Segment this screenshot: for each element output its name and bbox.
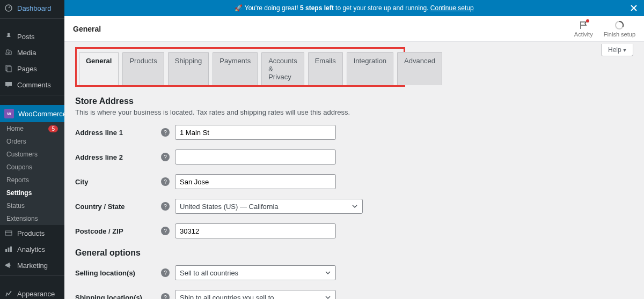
address2-label: Address line 2 (75, 153, 161, 161)
sidebar-item-media[interactable]: Media (0, 44, 64, 61)
progress-icon (614, 20, 624, 30)
main-content: 🚀 You're doing great! 5 steps left to ge… (64, 0, 644, 299)
sidebar-label: Products (17, 229, 45, 237)
submenu-item-coupons[interactable]: Coupons (0, 161, 64, 174)
sidebar-item-pages[interactable]: Pages (0, 61, 64, 77)
help-tip-icon[interactable]: ? (161, 128, 170, 137)
pin-icon (4, 32, 13, 41)
svg-rect-5 (5, 249, 7, 252)
marketing-icon (4, 261, 13, 270)
sidebar-label: Media (17, 49, 36, 57)
sidebar-item-marketing[interactable]: Marketing (0, 257, 64, 273)
continue-setup-link[interactable]: Continue setup (430, 4, 474, 12)
sidebar-label: Marketing (17, 261, 48, 270)
page-title: General (73, 25, 101, 33)
sidebar-label: WooCommerce (18, 110, 67, 118)
dashboard-icon (4, 4, 13, 12)
help-tip-icon[interactable]: ? (161, 177, 170, 186)
sidebar-item-analytics[interactable]: Analytics (0, 241, 64, 257)
notice-text: You're doing great! 5 steps left to get … (245, 4, 474, 12)
tab-advanced[interactable]: Advanced (397, 52, 442, 85)
store-address-desc: This is where your business is located. … (75, 108, 633, 116)
analytics-icon (4, 245, 13, 253)
city-input[interactable] (175, 174, 336, 189)
page-header: General Activity Finish setup (64, 16, 644, 42)
country-label: Country / State (75, 203, 161, 211)
help-tip-icon[interactable]: ? (161, 293, 170, 299)
shipping-locations-label: Shipping location(s) (75, 294, 161, 300)
sidebar-label: Pages (17, 65, 37, 73)
chevron-down-icon (325, 294, 331, 299)
selling-locations-label: Selling location(s) (75, 269, 161, 277)
help-tip-icon[interactable]: ? (161, 153, 170, 161)
sidebar-item-dashboard[interactable]: Dashboard (0, 0, 64, 16)
shipping-locations-select[interactable]: Ship to all countries you sell to (175, 290, 336, 299)
store-address-heading: Store Address (75, 96, 633, 106)
city-label: City (75, 178, 161, 186)
onboarding-notice: 🚀 You're doing great! 5 steps left to ge… (64, 0, 644, 16)
chevron-down-icon (352, 203, 358, 210)
postcode-input[interactable] (175, 223, 336, 238)
sidebar-label: Dashboard (17, 4, 52, 12)
sidebar-label: Analytics (17, 245, 45, 253)
home-badge: 5 (48, 125, 58, 132)
postcode-label: Postcode / ZIP (75, 227, 161, 235)
submenu-item-extensions[interactable]: Extensions (0, 212, 64, 225)
address1-input[interactable] (175, 125, 336, 140)
tab-integration[interactable]: Integration (347, 52, 393, 85)
sidebar-item-comments[interactable]: Comments (0, 77, 64, 93)
help-tip-icon[interactable]: ? (161, 227, 170, 235)
tabs-highlight-box: General Products Shipping Payments Accou… (75, 47, 405, 87)
submenu-item-reports[interactable]: Reports (0, 174, 64, 186)
help-tip-icon[interactable]: ? (161, 202, 170, 211)
country-select[interactable]: United States (US) — California (175, 199, 363, 214)
media-icon (4, 48, 13, 57)
sidebar-label: Appearance (17, 290, 55, 298)
admin-sidebar: Dashboard Posts Media Pages Comments W W… (0, 0, 64, 299)
close-icon[interactable] (629, 3, 639, 13)
sidebar-item-woocommerce[interactable]: W WooCommerce (0, 105, 64, 122)
tab-accounts-privacy[interactable]: Accounts & Privacy (261, 52, 304, 85)
tab-shipping[interactable]: Shipping (168, 52, 209, 85)
finish-setup-button[interactable]: Finish setup (604, 20, 635, 38)
rocket-icon: 🚀 (235, 4, 243, 12)
activity-button[interactable]: Activity (574, 20, 593, 38)
products-icon (4, 229, 13, 237)
appearance-icon (4, 289, 13, 298)
sidebar-item-products[interactable]: Products (0, 225, 64, 241)
address2-input[interactable] (175, 150, 336, 165)
general-options-heading: General options (75, 248, 633, 258)
chevron-down-icon (325, 270, 331, 276)
help-tip-icon[interactable]: ? (161, 268, 170, 277)
submenu-item-customers[interactable]: Customers (0, 148, 64, 161)
svg-rect-3 (7, 66, 11, 72)
svg-point-1 (8, 52, 10, 54)
submenu-item-status[interactable]: Status (0, 199, 64, 212)
flag-icon (579, 20, 588, 30)
sidebar-label: Posts (17, 33, 35, 41)
address1-label: Address line 1 (75, 129, 161, 137)
svg-rect-7 (10, 246, 12, 252)
selling-locations-select[interactable]: Sell to all countries (175, 265, 336, 280)
svg-rect-6 (8, 248, 10, 252)
sidebar-item-appearance[interactable]: Appearance (0, 286, 64, 299)
sidebar-label: Comments (17, 81, 51, 89)
sidebar-item-posts[interactable]: Posts (0, 28, 64, 44)
submenu-item-settings[interactable]: Settings (0, 186, 64, 199)
svg-rect-4 (5, 231, 12, 235)
tab-emails[interactable]: Emails (308, 52, 343, 85)
tab-products[interactable]: Products (122, 52, 164, 85)
tab-payments[interactable]: Payments (213, 52, 258, 85)
settings-tabs: General Products Shipping Payments Accou… (79, 52, 401, 85)
submenu-item-home[interactable]: Home5 (0, 122, 64, 135)
submenu-item-orders[interactable]: Orders (0, 135, 64, 148)
page-icon (4, 64, 13, 73)
tab-general[interactable]: General (79, 52, 119, 85)
woocommerce-submenu: Home5 Orders Customers Coupons Reports S… (0, 122, 64, 225)
woocommerce-icon: W (4, 109, 14, 118)
help-dropdown[interactable]: Help ▾ (601, 44, 633, 56)
comment-icon (4, 80, 13, 89)
